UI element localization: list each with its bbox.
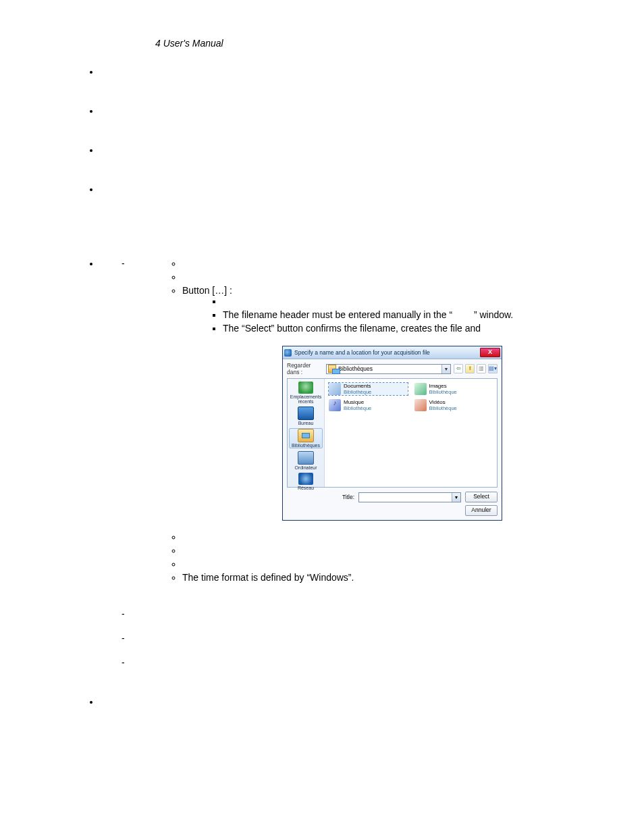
square-item: The “Select” button confirms the filenam… [223, 323, 570, 335]
dash-list: Button […] : The filename header must be… [100, 258, 570, 671]
dialog-titlebar: Specify a name and a location for your a… [283, 346, 502, 359]
documents-icon [329, 383, 341, 395]
lib-images[interactable]: ImagesBibliothèque [414, 383, 493, 395]
bullet-item-file: Button […] : The filename header must be… [100, 242, 570, 671]
top-bullet-list: Button […] : The filename header must be… [74, 66, 570, 710]
dialog-toolbar: ⇦ ⬆ ▥ ▤▾ [454, 364, 498, 373]
computer-icon [298, 451, 314, 465]
dialog-bottom: Title: ▼ Select Annuler [287, 492, 498, 516]
document-page: 4 User's Manual Button […] : [0, 0, 644, 776]
close-button[interactable]: X [480, 348, 500, 357]
dialog-title: Specify a name and a location for your a… [294, 349, 480, 356]
circle-item-timeformat: The time format is defined by “Windows”. [182, 572, 570, 584]
dialog-main: Emplacements récents Bureau Bibliothèque… [287, 378, 498, 488]
filename-window-text-a: The filename header must be entered manu… [223, 309, 452, 320]
circle-item [182, 258, 570, 270]
places-bar: Emplacements récents Bureau Bibliothèque… [288, 379, 325, 487]
dash-item [135, 657, 570, 671]
chevron-down-icon[interactable]: ▼ [452, 493, 460, 502]
circle-item-button: Button […] : The filename header must be… [182, 285, 570, 521]
square-list: The filename header must be entered manu… [182, 296, 570, 335]
look-in-label: Regarder dans : [287, 362, 323, 375]
libraries-icon [298, 429, 314, 442]
recent-icon [298, 382, 313, 394]
place-computer[interactable]: Ordinateur [290, 451, 322, 470]
lib-music[interactable]: MusiqueBibliothèque [329, 399, 408, 411]
cancel-button[interactable]: Annuler [465, 505, 498, 516]
bullet-item [100, 66, 570, 80]
dialog-body: Regarder dans : Bibliothèques ▼ ⇦ [283, 359, 502, 520]
network-icon [298, 473, 313, 485]
circle-item [182, 531, 570, 544]
bullet-item [100, 145, 570, 158]
title-field-label: Title: [322, 494, 354, 500]
app-icon [284, 349, 292, 357]
up-folder-icon[interactable]: ⬆ [465, 364, 475, 373]
desktop-icon [298, 407, 314, 420]
lib-documents[interactable]: DocumentsBibliothèque [329, 383, 408, 395]
square-item [223, 296, 570, 308]
circle-list: Button […] : The filename header must be… [135, 258, 570, 584]
bullet-item [100, 105, 570, 119]
look-in-combo[interactable]: Bibliothèques ▼ [326, 364, 451, 374]
square-item: The filename header must be entered manu… [223, 309, 570, 321]
dash-item [135, 608, 570, 622]
new-folder-icon[interactable]: ▥ [477, 364, 486, 373]
filename-window-text-b: ” window. [474, 309, 513, 320]
place-desktop[interactable]: Bureau [290, 407, 322, 425]
button-ellipsis-text: Button […] : [182, 285, 232, 296]
look-in-value: Bibliothèques [338, 365, 373, 372]
music-icon [329, 399, 341, 411]
circle-item [182, 545, 570, 557]
time-format-text: The time format is defined by “Windows”. [182, 572, 354, 583]
folder-icon [328, 365, 336, 373]
library-grid: DocumentsBibliothèque ImagesBibliothèque [329, 383, 493, 411]
chevron-down-icon[interactable]: ▼ [441, 365, 450, 373]
title-input[interactable]: ▼ [358, 492, 461, 502]
videos-icon [414, 399, 427, 411]
circle-item [182, 271, 570, 284]
dash-item [135, 633, 570, 646]
file-dialog: Specify a name and a location for your a… [282, 346, 502, 521]
images-icon [414, 383, 427, 395]
views-icon[interactable]: ▤▾ [488, 364, 498, 373]
place-network[interactable]: Réseau [290, 473, 322, 490]
circle-item [182, 558, 570, 571]
bullet-item [100, 696, 570, 710]
select-button-text: The “Select” button confirms the filenam… [223, 323, 481, 334]
select-button[interactable]: Select [465, 492, 498, 502]
page-header: 4 User's Manual [155, 38, 570, 49]
file-pane: DocumentsBibliothèque ImagesBibliothèque [325, 379, 497, 487]
look-in-row: Regarder dans : Bibliothèques ▼ ⇦ [287, 362, 498, 375]
place-recent[interactable]: Emplacements récents [290, 382, 322, 404]
bullet-item [100, 184, 570, 216]
back-icon[interactable]: ⇦ [454, 364, 463, 373]
lib-videos[interactable]: VidéosBibliothèque [414, 399, 493, 411]
dash-item: Button […] : The filename header must be… [135, 258, 570, 598]
place-libraries[interactable]: Bibliothèques [289, 428, 323, 448]
